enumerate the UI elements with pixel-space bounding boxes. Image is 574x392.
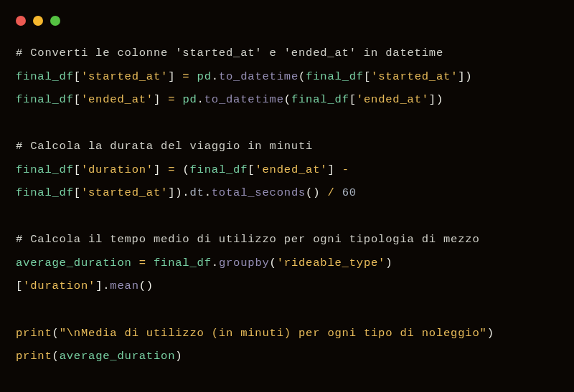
- bracket: ]: [327, 163, 334, 176]
- operator: =: [168, 93, 175, 106]
- bracket: ].: [95, 279, 110, 292]
- string: 'duration': [81, 163, 154, 176]
- bracket: (: [182, 163, 189, 176]
- code-window: # Converti le colonne 'started_at' e 'en…: [0, 0, 574, 392]
- titlebar: [0, 0, 574, 36]
- punct: .: [197, 93, 204, 106]
- bracket: (: [52, 350, 60, 363]
- string: 'ended_at': [357, 93, 429, 106]
- variable: final_df: [16, 70, 74, 83]
- bracket: (: [298, 70, 306, 83]
- string: 'rideable_type': [277, 257, 386, 269]
- function: to_datetime: [204, 93, 284, 106]
- function: to_datetime: [219, 70, 298, 83]
- bracket: [: [248, 163, 255, 176]
- bracket: [: [74, 186, 81, 199]
- bracket: [: [74, 70, 81, 83]
- bracket: ]: [168, 70, 175, 83]
- operator: =: [182, 70, 189, 83]
- variable: pd: [182, 93, 197, 106]
- operator: =: [139, 257, 146, 269]
- variable: final_df: [189, 163, 248, 176]
- keyword: print: [16, 327, 52, 340]
- bracket: [: [364, 70, 371, 83]
- comment: # Calcola la durata del viaggio in minut…: [16, 140, 313, 153]
- attribute: dt: [189, 186, 204, 199]
- comment: # Converti le colonne 'started_at' e 'en…: [16, 47, 443, 59]
- function: groupby: [219, 257, 270, 269]
- minimize-dot-icon: [33, 16, 43, 26]
- maximize-dot-icon: [50, 16, 60, 26]
- bracket: ]): [429, 93, 443, 106]
- bracket: ): [385, 257, 392, 269]
- bracket: (: [52, 327, 60, 340]
- operator: -: [342, 163, 349, 176]
- bracket: ): [487, 327, 494, 340]
- punct: .: [212, 257, 219, 269]
- operator: =: [168, 163, 175, 176]
- bracket: ]): [458, 70, 472, 83]
- bracket: (): [306, 186, 320, 199]
- keyword: print: [16, 350, 52, 363]
- close-dot-icon: [16, 16, 26, 26]
- bracket: (: [270, 257, 277, 269]
- bracket: (): [139, 279, 154, 292]
- bracket: [: [349, 93, 357, 106]
- variable: final_df: [16, 186, 74, 199]
- comment: # Calcola il tempo medio di utilizzo per…: [16, 233, 480, 246]
- bracket: ]: [154, 163, 161, 176]
- number: 60: [342, 186, 357, 199]
- bracket: ): [175, 350, 182, 363]
- function: mean: [110, 279, 138, 292]
- variable: final_df: [154, 257, 212, 269]
- punct: .: [212, 70, 219, 83]
- operator: /: [327, 186, 334, 199]
- string: 'started_at': [81, 70, 168, 83]
- variable: final_df: [16, 163, 74, 176]
- bracket: [: [74, 93, 81, 106]
- string: 'started_at': [371, 70, 458, 83]
- punct: .: [204, 186, 212, 199]
- string: 'ended_at': [255, 163, 327, 176]
- string: 'duration': [23, 279, 95, 292]
- bracket: [: [74, 163, 81, 176]
- variable: final_df: [291, 93, 349, 106]
- variable: final_df: [306, 70, 364, 83]
- variable: pd: [197, 70, 212, 83]
- variable: final_df: [16, 93, 74, 106]
- bracket: (: [284, 93, 291, 106]
- bracket: ]).: [168, 186, 189, 199]
- function: total_seconds: [212, 186, 306, 199]
- code-block: # Converti le colonne 'started_at' e 'en…: [0, 36, 574, 384]
- string: 'started_at': [81, 186, 168, 199]
- variable: average_duration: [16, 257, 132, 269]
- string: 'ended_at': [81, 93, 154, 106]
- variable: average_duration: [60, 350, 176, 363]
- bracket: [: [16, 279, 23, 292]
- string: "\nMedia di utilizzo (in minuti) per ogn…: [60, 327, 487, 340]
- bracket: ]: [154, 93, 161, 106]
